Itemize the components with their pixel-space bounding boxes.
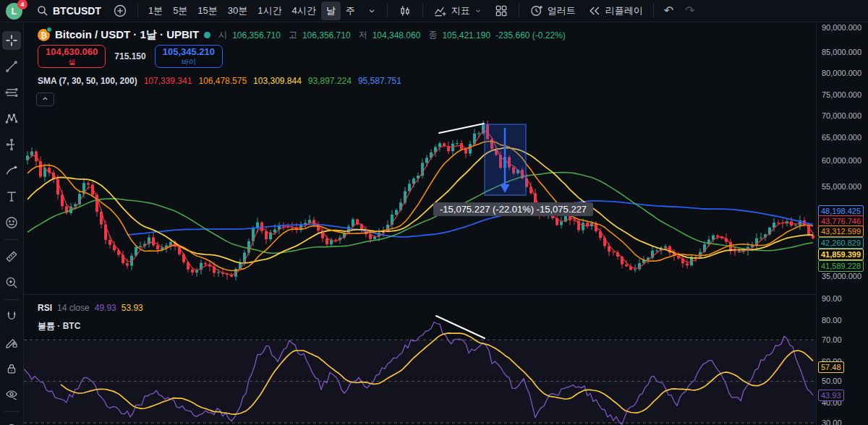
rsi-value-1: 49.93 — [95, 303, 116, 313]
axis-tick: 30.00 — [822, 418, 842, 425]
interval-button[interactable]: 1시간 — [252, 1, 286, 20]
axis-tick: 80,000.000 — [822, 69, 861, 77]
sma-value: 107,339.341 — [144, 76, 192, 86]
axis-indicator-label: 41,589.228 — [818, 260, 864, 272]
price-axis[interactable]: 90,000.00085,000.00080,000.00075,000.000… — [816, 22, 868, 425]
redo-button[interactable]: ↷ — [680, 2, 699, 20]
indicators-button[interactable]: 지표 — [428, 1, 488, 21]
collapse-indicators-button[interactable] — [36, 93, 54, 106]
sma-label: SMA (7, 30, 50, 100, 200) — [38, 76, 137, 86]
axis-tick: 35,000.000 — [822, 272, 861, 280]
spread-value: 715.150 — [114, 51, 145, 61]
high-value: 106,356.710 — [302, 30, 351, 40]
interval-button[interactable]: 1분 — [143, 1, 168, 20]
open-label: 시 — [218, 29, 227, 41]
market-status-dot — [204, 32, 210, 38]
open-value: 106,356.710 — [232, 30, 281, 40]
interval-button[interactable]: 날 — [321, 1, 341, 20]
close-value: 105,421.190 — [442, 30, 490, 40]
interval-button[interactable]: 주 — [341, 1, 360, 20]
alert-label: 얼러트 — [548, 4, 576, 17]
emoji-tool-icon[interactable] — [2, 213, 21, 232]
chevron-down-icon — [474, 7, 482, 15]
interval-menu-button[interactable] — [362, 3, 382, 19]
toolbar-divider — [422, 4, 423, 18]
interval-buttons: 1분5분15분30분1시간4시간날주 — [143, 1, 360, 20]
symbol-name: BTCUSDT — [53, 5, 101, 17]
xabcd-pattern-tool-icon[interactable] — [2, 109, 21, 128]
toolbar-divider — [519, 4, 519, 18]
symbol-legend[interactable]: ₿ Bitcoin / USDT · 1날 · UPBIT 시 106,356.… — [38, 28, 566, 42]
horizontal-lines-tool-icon[interactable] — [2, 83, 21, 102]
pane-separator[interactable] — [24, 294, 868, 295]
replay-rewind-icon — [587, 4, 602, 18]
text-tool-icon[interactable] — [2, 187, 21, 206]
candlestick-icon — [398, 4, 412, 18]
low-label: 저 — [359, 29, 367, 41]
drawing-toolbar — [0, 22, 24, 425]
avatar-letter: L — [12, 6, 17, 17]
notification-badge: 4 — [17, 0, 27, 9]
remove-drawings-tool-icon[interactable] — [2, 419, 21, 425]
sma-value: 106,478.575 — [198, 76, 247, 86]
interval-button[interactable]: 15분 — [192, 1, 222, 20]
buy-price: 105,345.210 — [163, 47, 215, 58]
interval-button[interactable]: 4시간 — [287, 1, 321, 20]
lock-all-tool-icon[interactable] — [2, 359, 21, 378]
bitcoin-icon: ₿ — [38, 29, 50, 41]
magnet-tool-icon[interactable] — [2, 307, 21, 326]
axis-indicator-label: 57.48 — [818, 361, 844, 373]
chart-style-button[interactable] — [393, 1, 417, 21]
interval-button[interactable]: 5분 — [168, 1, 192, 20]
replay-button[interactable]: 리플레이 — [582, 1, 648, 21]
trend-line-tool-icon[interactable] — [2, 57, 21, 76]
alert-clock-icon — [529, 4, 544, 18]
compare-add-symbol-button[interactable] — [108, 1, 132, 21]
top-toolbar: L 4 BTCUSDT 1분5분15분30분1시간4시간날주 — [0, 0, 868, 22]
trade-buttons: 104,630.060 셀 715.150 105,345.210 바이 — [38, 45, 223, 68]
ruler-tool-icon[interactable] — [2, 247, 21, 266]
sma-value: 103,309.844 — [253, 76, 302, 86]
undo-icon: ↶ — [664, 5, 673, 17]
interval-button[interactable]: 30분 — [223, 1, 252, 20]
buy-button[interactable]: 105,345.210 바이 — [155, 45, 223, 68]
sell-button[interactable]: 104,630.060 셀 — [38, 45, 106, 68]
rsi-params: 14 close — [57, 303, 90, 313]
search-icon — [36, 4, 49, 17]
toolbar-divider — [653, 4, 654, 18]
brush-tool-icon[interactable] — [2, 161, 21, 180]
toolbar-divider — [4, 411, 19, 412]
axis-indicator-label: 41,859.399 — [818, 249, 864, 260]
replay-label: 리플레이 — [605, 4, 643, 17]
axis-indicator-label: 43.93 — [818, 390, 844, 401]
trendline-annotation — [439, 124, 484, 133]
rsi-legend[interactable]: RSI 14 close 49.93 53.93 — [38, 303, 143, 313]
grid-layout-icon — [494, 4, 509, 18]
hide-drawings-tool-icon[interactable] — [2, 385, 21, 404]
pair-title: Bitcoin / USDT · 1날 · UPBIT — [55, 28, 199, 42]
toolbar-divider — [4, 299, 19, 300]
measure-tool-label[interactable]: -15,075.227 (-22.01%) -15,075.227 — [433, 202, 593, 216]
long-position-tool-icon[interactable] — [2, 135, 21, 154]
crosshair-tool-icon[interactable] — [2, 31, 21, 50]
axis-indicator-label: 43,312.599 — [818, 226, 864, 237]
alert-button[interactable]: 얼러트 — [524, 1, 581, 21]
redo-icon: ↷ — [685, 5, 694, 17]
undo-button[interactable]: ↶ — [659, 2, 678, 20]
user-avatar[interactable]: L 4 — [6, 3, 22, 20]
volume-legend[interactable]: 볼륨 · BTC — [38, 320, 80, 332]
zoom-in-tool-icon[interactable] — [2, 273, 21, 292]
sma-legend[interactable]: SMA (7, 30, 50, 100, 200) 107,339.341106… — [38, 76, 401, 86]
axis-indicator-label: 42,260.829 — [818, 237, 864, 249]
chevron-up-icon — [41, 94, 49, 105]
close-label: 종 — [428, 29, 437, 41]
rsi-value-2: 53.93 — [122, 303, 143, 313]
axis-tick: 50.00 — [822, 377, 842, 385]
axis-tick: 90,000.000 — [822, 23, 861, 32]
drawing-sync-tool-icon[interactable] — [2, 333, 21, 352]
layout-templates-button[interactable] — [489, 1, 514, 21]
axis-tick: 90.00 — [822, 294, 842, 303]
symbol-search-button[interactable]: BTCUSDT — [31, 1, 106, 20]
plus-circle-icon — [113, 4, 127, 18]
low-value: 104,348.060 — [373, 30, 421, 40]
